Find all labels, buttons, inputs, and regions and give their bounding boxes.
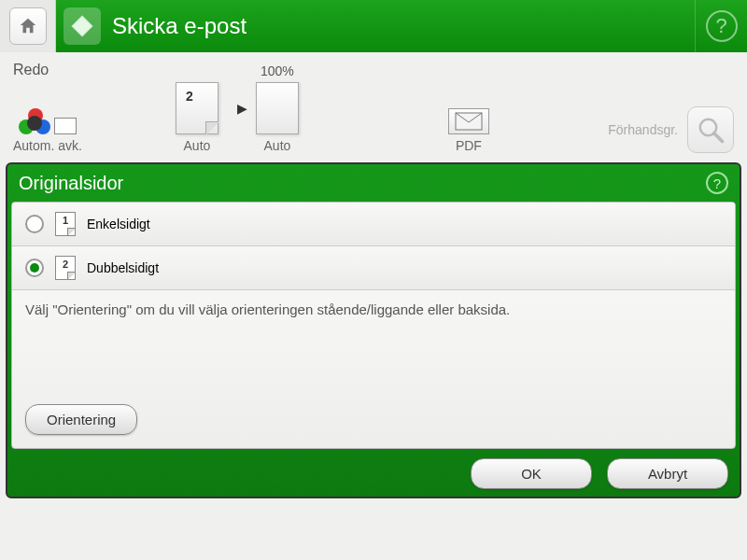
source-page-option[interactable]: 2 Auto xyxy=(176,82,218,153)
help-button[interactable]: ? xyxy=(706,10,738,42)
settings-panel: Originalsidor ? 1 Enkelsidigt 2 Dubbelsi… xyxy=(6,162,741,498)
radio-indicator xyxy=(25,215,44,233)
radio-indicator xyxy=(25,259,44,277)
dialog-footer: OK Avbryt xyxy=(11,449,736,493)
panel-body: 1 Enkelsidigt 2 Dubbelsidigt Välj "Orien… xyxy=(11,202,736,449)
orientation-button[interactable]: Orientering xyxy=(25,404,137,435)
source-page-icon: 2 xyxy=(176,82,218,134)
color-swatch-icon xyxy=(19,108,49,134)
dest-page-icon xyxy=(256,82,299,134)
app-header: Skicka e-post ? xyxy=(0,0,747,52)
file-format-option[interactable]: PDF xyxy=(448,108,489,153)
panel-title: Originalsidor xyxy=(19,173,123,194)
hint-text: Välj "Orientering" om du vill välja orie… xyxy=(12,290,735,404)
arrow-right-icon: ▶ xyxy=(237,101,247,116)
header-help-area: ? xyxy=(695,0,747,52)
options-bar: Autom. avk. 2 Auto 100% ▶ Auto PDF Förha… xyxy=(0,82,747,162)
orientation-small-icon xyxy=(54,118,77,134)
color-mode-option[interactable]: Autom. avk. xyxy=(13,108,82,153)
radio-label: Dubbelsidigt xyxy=(87,260,159,275)
cancel-button[interactable]: Avbryt xyxy=(607,458,728,489)
envelope-icon xyxy=(448,108,489,134)
title-bar: Skicka e-post xyxy=(56,0,695,52)
status-text: Redo xyxy=(0,52,747,82)
preview-area: Förhandsgr. xyxy=(608,106,734,153)
panel-help-button[interactable]: ? xyxy=(706,172,728,194)
ok-button[interactable]: OK xyxy=(471,458,592,489)
start-diamond-icon xyxy=(70,14,94,38)
start-button[interactable] xyxy=(63,7,101,45)
single-page-icon: 1 xyxy=(55,212,76,236)
radio-option-double-sided[interactable]: 2 Dubbelsidigt xyxy=(12,246,735,290)
zoom-percent: 100% xyxy=(261,63,294,78)
svg-line-2 xyxy=(714,133,723,142)
source-page-label: Auto xyxy=(184,138,211,153)
dest-page-label: Auto xyxy=(264,138,291,153)
home-button-area xyxy=(0,0,56,52)
preview-button[interactable] xyxy=(687,106,734,153)
magnifier-icon xyxy=(697,116,725,144)
color-mode-label: Autom. avk. xyxy=(13,138,82,153)
file-format-label: PDF xyxy=(456,138,482,153)
preview-label: Förhandsgr. xyxy=(608,122,678,137)
home-icon xyxy=(18,16,38,36)
panel-header: Originalsidor ? xyxy=(11,168,736,202)
double-page-icon: 2 xyxy=(55,256,76,280)
page-title: Skicka e-post xyxy=(112,13,247,39)
home-button[interactable] xyxy=(9,7,47,45)
radio-label: Enkelsidigt xyxy=(87,217,150,231)
help-icon: ? xyxy=(715,14,726,38)
radio-option-single-sided[interactable]: 1 Enkelsidigt xyxy=(12,203,735,246)
destination-page-option[interactable]: 100% ▶ Auto xyxy=(256,82,299,153)
help-icon: ? xyxy=(713,175,721,191)
